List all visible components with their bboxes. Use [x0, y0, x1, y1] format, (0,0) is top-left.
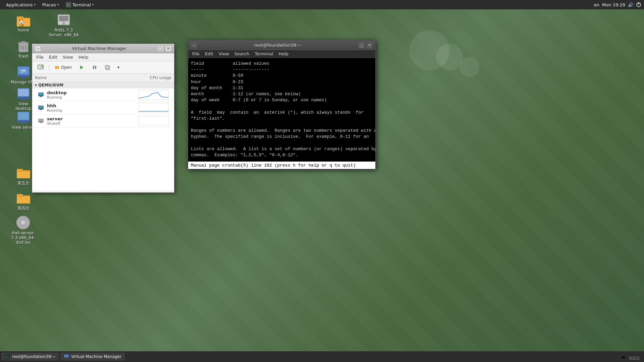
- vmm-menu-file[interactable]: File: [34, 54, 46, 60]
- svg-text:🏠: 🏠: [18, 19, 25, 25]
- term-menu-view[interactable]: View: [216, 51, 232, 57]
- svg-rect-18: [21, 41, 25, 43]
- vm-hhh-info: hhh Running: [47, 103, 139, 113]
- vmm-toolbar: VM + Open: [32, 61, 174, 74]
- terminal-content[interactable]: field allowed values ----- -------------…: [188, 58, 375, 166]
- term-menu-search[interactable]: Search: [232, 51, 252, 57]
- vm-server-graph: [139, 116, 169, 126]
- toolbar-sep-1: [49, 64, 49, 71]
- vmm-close-btn[interactable]: ✕: [165, 46, 171, 52]
- vmm-titlebar: − Virtual Machine Manager □ ✕: [32, 44, 174, 53]
- vmm-cpu-header: CPU usage: [138, 75, 171, 80]
- vmm-menu-view[interactable]: View: [60, 54, 76, 60]
- term-menu-help[interactable]: Help: [276, 51, 291, 57]
- home-icon[interactable]: 🏠 home: [10, 12, 37, 33]
- svg-text:VM: VM: [20, 68, 26, 74]
- terminal-title: root@foundation39:~: [197, 43, 359, 48]
- terminal-menubar: File Edit View Search Terminal Help: [188, 50, 375, 58]
- vmm-clone-btn[interactable]: [102, 63, 113, 71]
- taskbar-vmm[interactable]: Virtual Machine Manager: [60, 353, 125, 361]
- term-menu-file[interactable]: File: [190, 51, 202, 57]
- disi-svg: [15, 189, 32, 205]
- svg-rect-65: [38, 121, 44, 122]
- vmm-menu-edit[interactable]: Edit: [46, 54, 60, 60]
- open-label: Open: [61, 65, 72, 70]
- svg-rect-30: [21, 99, 25, 100]
- vm-desktop-graph: [139, 90, 169, 100]
- rhel-iso-label: rhel-server-7.3-x86_64-dvd.iso: [8, 231, 38, 245]
- rhel-iso-icon[interactable]: rhel-server-7.3-x86_64-dvd.iso: [8, 215, 38, 245]
- svg-rect-53: [95, 66, 96, 69]
- vmm-minimize-btn[interactable]: −: [35, 46, 41, 52]
- terminal-controls-right: □ ✕: [359, 42, 373, 48]
- vm-desktop-status: Running: [47, 95, 139, 100]
- vm-server-info: server Shutoff: [47, 116, 139, 126]
- vm-shutoff-icon-server: [38, 118, 44, 124]
- vmm-menu-help[interactable]: Help: [76, 54, 91, 60]
- taskbar: >_ root@foundation39:~ Virtual Machine M…: [0, 351, 644, 362]
- vm-hhh-graph: [139, 103, 169, 113]
- deco-circle-2: [436, 44, 463, 70]
- svg-text:🔊: 🔊: [628, 2, 633, 7]
- taskbar-right-area: ☁ 亿迁云: [621, 353, 643, 361]
- power-icon: [636, 2, 641, 7]
- places-label: Places: [42, 2, 56, 7]
- taskbar-terminal-label: root@foundation39:~: [12, 354, 56, 359]
- trash-svg: [15, 38, 32, 54]
- vmm-open-btn[interactable]: Open: [51, 63, 75, 71]
- trash-label: Trash: [18, 54, 29, 59]
- terminal-controls-left: −: [191, 42, 197, 48]
- vmm-vm-hhh[interactable]: hhh Running: [32, 102, 174, 115]
- svg-rect-50: [55, 67, 59, 69]
- places-menu[interactable]: Places ▾: [39, 0, 62, 9]
- term-menu-edit[interactable]: Edit: [202, 51, 216, 57]
- svg-rect-62: [40, 109, 42, 110]
- view-desktop-svg: [15, 85, 32, 102]
- vm-running-icon-desktop: [38, 92, 44, 98]
- rhel-server-icon[interactable]: RHEL-7.3 Server. x86_64: [49, 12, 79, 37]
- home-label: home: [18, 28, 29, 33]
- vmm-new-btn[interactable]: VM +: [34, 63, 47, 72]
- run-icon: [79, 65, 85, 70]
- svg-text:>_: >_: [67, 3, 71, 7]
- svg-rect-66: [40, 122, 42, 123]
- svg-rect-70: [64, 357, 69, 358]
- vmm-name-header: Name: [35, 75, 138, 80]
- terminal-menu[interactable]: >_ Terminal ▾: [62, 0, 97, 9]
- vmm-run-btn[interactable]: [76, 63, 88, 71]
- applications-arrow: ▾: [34, 3, 36, 6]
- vm-desktop-info: desktop Running: [47, 90, 139, 100]
- clone-icon: [105, 65, 110, 70]
- diwu-label: 第五次: [17, 180, 30, 186]
- taskbar-terminal[interactable]: >_ root@foundation39:~: [1, 353, 59, 361]
- svg-rect-61: [38, 108, 44, 109]
- svg-rect-57: [38, 95, 44, 96]
- vmm-more-btn[interactable]: ▾: [114, 64, 122, 71]
- term-menu-terminal[interactable]: Terminal: [252, 51, 276, 57]
- sound-icon: 🔊: [628, 2, 633, 7]
- panel-right: en Mon 19:29 🔊: [594, 2, 641, 7]
- svg-rect-40: [17, 194, 23, 197]
- taskbar-vmm-icon: [64, 354, 69, 359]
- vmm-group-qemu: ▾ QEMU/KVM: [32, 82, 174, 88]
- taskbar-right-text: 亿迁云: [629, 356, 640, 360]
- vmm-pause-btn[interactable]: [89, 63, 100, 71]
- vmm-vm-desktop[interactable]: desktop Running: [32, 88, 174, 102]
- terminal-minimize-btn[interactable]: −: [191, 42, 197, 48]
- applications-menu[interactable]: Applications ▾: [3, 0, 39, 9]
- terminal-label: Terminal: [72, 2, 91, 7]
- terminal-close-btn[interactable]: ✕: [367, 42, 373, 48]
- vmm-window-controls: −: [35, 46, 41, 52]
- vmm-title: Virtual Machine Manager: [41, 46, 157, 51]
- terminal-maximize-btn[interactable]: □: [359, 42, 365, 48]
- open-icon: [54, 65, 60, 70]
- svg-point-13: [63, 23, 65, 25]
- vmm-group-toggle[interactable]: ▾: [35, 83, 37, 87]
- vmm-maximize-btn[interactable]: □: [157, 46, 163, 52]
- svg-rect-37: [17, 169, 23, 172]
- svg-rect-24: [17, 75, 30, 77]
- svg-rect-14: [62, 22, 66, 22]
- terminal-window: − root@foundation39:~ □ ✕ File Edit View…: [188, 40, 376, 169]
- vmm-vm-server[interactable]: server Shutoff: [32, 115, 174, 128]
- svg-text:>_: >_: [5, 355, 9, 359]
